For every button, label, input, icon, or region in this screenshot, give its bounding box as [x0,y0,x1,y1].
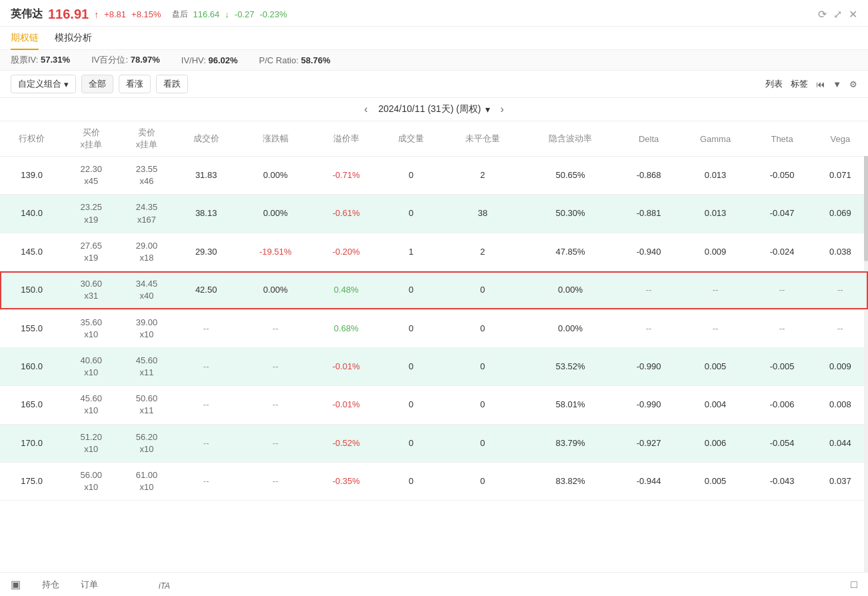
cell-strike: 165.0 [0,386,63,424]
refresh-icon[interactable]: ⟳ [818,8,827,21]
cell-delta: -0.944 [618,463,679,501]
col-premium: 溢价率 [313,121,379,157]
stat-iv: 股票IV: 57.31% [11,54,70,66]
cell-strike: 160.0 [0,347,63,385]
cell-iv: 50.65% [523,157,619,195]
col-bid: 买价 x挂单 [63,121,119,157]
price-arrow: ↑ [94,9,99,20]
table-row[interactable]: 175.056.00 x1061.00 x10-----0.35%0083.82… [0,463,868,501]
cell-theta: -0.005 [751,347,812,385]
cell-theta: -0.006 [751,386,812,424]
next-date-button[interactable]: › [501,103,504,115]
tab-simulation[interactable]: 模拟分析 [55,27,92,49]
stock-name: 英伟达 [11,7,43,21]
cell-gamma: 0.013 [679,157,752,195]
cell-volume: 0 [379,463,443,501]
table-row[interactable]: 150.030.60 x3134.45 x4042.500.00%0.48%00… [0,271,868,309]
filter-call-button[interactable]: 看涨 [119,75,151,93]
collapse-icon[interactable]: ⏮ [816,79,825,89]
after-hours-price: 116.64 [193,9,220,19]
cell-premium: -0.20% [313,233,379,271]
cell-last: 42.50 [175,271,238,309]
cell-theta: -0.054 [751,424,812,462]
col-gamma: Gamma [679,121,752,157]
footer-tab-holdings[interactable]: 持仓 [42,579,59,591]
cell-vega: 0.071 [813,157,868,195]
custom-combo-button[interactable]: 自定义组合 ▾ [11,75,76,93]
ita-indicator: iTA [159,581,170,591]
main-tabs: 期权链 模拟分析 [0,27,868,50]
date-dropdown-arrow: ▾ [485,104,490,115]
cell-change-pct: -- [238,347,313,385]
maximize-icon[interactable]: ⤢ [833,8,842,21]
cell-change-pct: -- [238,463,313,501]
scrollbar-track[interactable] [864,121,868,572]
cell-delta: -0.927 [618,424,679,462]
cell-bid: 56.00 x10 [63,463,119,501]
cell-delta: -0.990 [618,347,679,385]
cell-ask: 50.60 x11 [119,386,174,424]
cell-last: 38.13 [175,195,238,233]
filter-all-button[interactable]: 全部 [81,75,113,93]
tag-view-label[interactable]: 标签 [791,78,808,90]
settings-icon[interactable]: ⚙ [849,79,857,89]
cell-iv: 83.82% [523,463,619,501]
col-strike: 行权价 [0,121,63,157]
cell-theta: -- [751,271,812,309]
cell-gamma: 0.013 [679,195,752,233]
table-row[interactable]: 160.040.60 x1045.60 x11-----0.01%0053.52… [0,347,868,385]
cell-ask: 61.00 x10 [119,463,174,501]
stock-price: 116.91 [48,7,89,22]
col-delta: Delta [618,121,679,157]
close-icon[interactable]: ✕ [849,8,857,21]
cell-oi: 0 [443,309,523,347]
cell-theta: -0.050 [751,157,812,195]
footer-right-icon[interactable]: □ [851,579,857,591]
cell-change-pct: 0.00% [238,271,313,309]
cell-strike: 139.0 [0,157,63,195]
cell-last: -- [175,463,238,501]
cell-vega: -- [813,271,868,309]
table-row[interactable]: 165.045.60 x1050.60 x11-----0.01%0058.01… [0,386,868,424]
toolbar: 自定义组合 ▾ 全部 看涨 看跌 列表 标签 ⏮ ▼ ⚙ [0,71,868,98]
cell-vega: -- [813,309,868,347]
table-row[interactable]: 170.051.20 x1056.20 x10-----0.52%0083.79… [0,424,868,462]
cell-delta: -0.990 [618,386,679,424]
cell-premium: -0.61% [313,195,379,233]
list-view-label[interactable]: 列表 [765,78,783,90]
dropdown-arrow-icon: ▾ [64,79,69,89]
toolbar-right: 列表 标签 ⏮ ▼ ⚙ [765,78,857,90]
cell-change-pct: -- [238,424,313,462]
filter-icon[interactable]: ▼ [833,79,841,89]
table-row[interactable]: 140.023.25 x1924.35 x16738.130.00%-0.61%… [0,195,868,233]
prev-date-button[interactable]: ‹ [364,103,367,115]
table-row[interactable]: 145.027.65 x1929.00 x1829.30-19.51%-0.20… [0,233,868,271]
cell-theta: -0.024 [751,233,812,271]
tab-options-chain[interactable]: 期权链 [11,27,39,49]
table-row[interactable]: 155.035.60 x1039.00 x10----0.68%000.00%-… [0,309,868,347]
cell-theta: -0.047 [751,195,812,233]
cell-strike: 175.0 [0,463,63,501]
cell-last: -- [175,309,238,347]
stats-bar: 股票IV: 57.31% IV百分位: 78.97% IV/HV: 96.02%… [0,50,868,71]
cell-gamma: -- [679,271,752,309]
cell-volume: 0 [379,157,443,195]
cell-theta: -0.043 [751,463,812,501]
cell-iv: 0.00% [523,271,619,309]
window-controls: ⟳ ⤢ ✕ [818,8,857,21]
table-header-row: 行权价 买价 x挂单 卖价 x挂单 成交价 涨跌幅 溢价率 成交量 未平仓量 隐… [0,121,868,157]
filter-put-button[interactable]: 看跌 [156,75,188,93]
cell-change-pct: 0.00% [238,157,313,195]
cell-oi: 0 [443,463,523,501]
footer: ▣ 持仓 订单 iTA □ [0,572,868,596]
footer-tab-orders[interactable]: 订单 [81,579,98,591]
cell-ask: 39.00 x10 [119,309,174,347]
footer-panel-icon[interactable]: ▣ [11,578,21,591]
table-row[interactable]: 139.022.30 x4523.55 x4631.830.00%-0.71%0… [0,157,868,195]
cell-premium: 0.68% [313,309,379,347]
cell-vega: 0.008 [813,386,868,424]
date-selector[interactable]: 2024/10/11 (31天) (周权) ▾ [378,103,489,115]
cell-iv: 53.52% [523,347,619,385]
cell-oi: 38 [443,195,523,233]
cell-last: 29.30 [175,233,238,271]
